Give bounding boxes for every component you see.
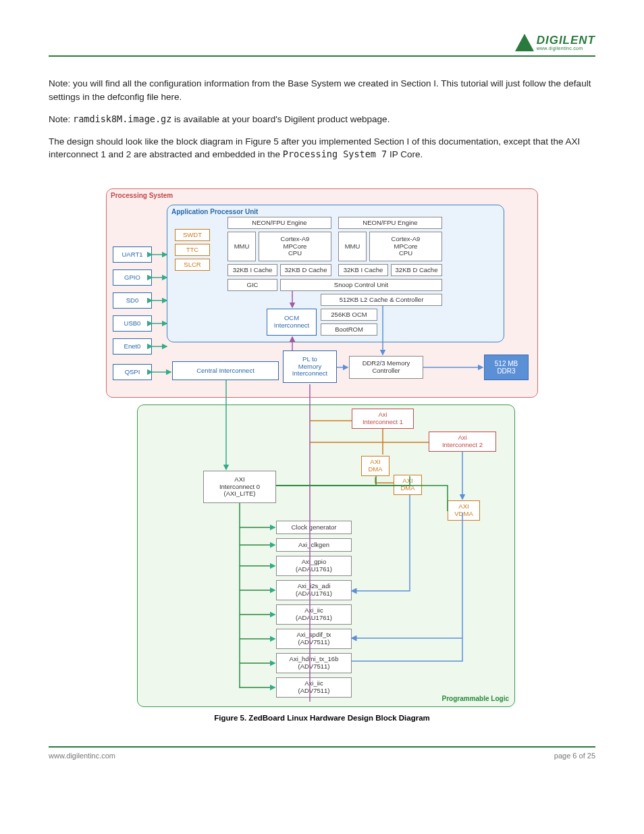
l2-cache: 512KB L2 Cache & Controller <box>321 294 442 306</box>
pl-to-memory-interconnect: PL to Memory Interconnect <box>283 350 337 383</box>
note-tail: is available at your board's Digilent pr… <box>174 114 390 124</box>
ip-axi-hdmi: Axi_hdmi_tx_16b (ADV7511) <box>276 653 352 673</box>
ip-axi-i2s: Axi_i2s_adi (ADAU1761) <box>276 580 352 600</box>
gic-block: GIC <box>227 279 277 291</box>
axi-interconnect-1: Axi Interconnect 1 <box>352 409 414 429</box>
footer-page: page 6 of 25 <box>554 752 595 760</box>
p3-post: IP Core. <box>390 149 423 159</box>
neon-engine-1: NEON/FPU Engine <box>338 217 442 229</box>
io-usb0: USB0 <box>113 315 152 332</box>
bootrom: BootROM <box>321 323 377 336</box>
axi-dma-1: AXI DMA <box>361 456 390 476</box>
ip-axi-gpio: Axi_gpio (ADAU1761) <box>276 556 352 576</box>
ip-core-name: Processing System 7 <box>283 149 387 159</box>
icache-0: 32KB I Cache <box>227 264 277 276</box>
ddr-controller: DDR2/3 Memory Controller <box>349 356 423 379</box>
icache-1: 32KB I Cache <box>338 264 388 276</box>
pl-label: Programmable Logic <box>442 695 509 702</box>
apu-label: Application Processor Unit <box>171 208 258 215</box>
paragraph-2: Note: ramdisk8M.image.gz is available at… <box>49 113 595 126</box>
block-diagram: Processing System Application Processor … <box>106 188 538 722</box>
apu-region: Application Processor Unit <box>167 205 504 342</box>
ocm-256: 256KB OCM <box>321 309 377 321</box>
logo-sub: www.digilentinc.com <box>537 46 595 51</box>
swdt-block: SWDT <box>175 229 210 241</box>
io-enet0: Enet0 <box>113 338 152 355</box>
snoop-block: Snoop Control Unit <box>280 279 442 291</box>
io-uart1: UART1 <box>113 246 152 263</box>
ps-label: Processing System <box>111 192 173 199</box>
dcache-0: 32KB D Cache <box>280 264 331 276</box>
body-text: Note: you will find all the configuratio… <box>49 77 595 161</box>
ddr3-memory: 512 MB DDR3 <box>484 355 529 380</box>
axi-interconnect-0-lite: AXI Interconnect 0 (AXI_LITE) <box>203 471 276 503</box>
ttc-block: TTC <box>175 244 210 256</box>
mmu-1: MMU <box>338 232 367 261</box>
ocm-interconnect: OCM Interconnect <box>267 309 317 336</box>
logo-main: DIGILENT <box>537 34 595 46</box>
paragraph-1: Note: you will find all the configuratio… <box>49 77 595 103</box>
ip-axi-iic-adau: Axi_iic (ADAU1761) <box>276 604 352 625</box>
dcache-1: 32KB D Cache <box>391 264 442 276</box>
mmu-0: MMU <box>227 232 256 261</box>
slcr-block: SLCR <box>175 259 210 271</box>
figure-caption: Figure 5. ZedBoard Linux Hardware Design… <box>106 714 538 722</box>
footer-site: www.digilentinc.com <box>49 752 115 760</box>
central-interconnect: Central Interconnect <box>172 361 279 380</box>
ip-axi-clkgen: Axi_clkgen <box>276 538 352 552</box>
axi-vdma: AXI VDMA <box>448 500 480 521</box>
ip-axi-iic-adv: Axi_iic (ADV7511) <box>276 677 352 698</box>
note-label: Note: <box>49 114 73 124</box>
ip-clock-generator: Clock generator <box>276 521 352 534</box>
logo: DIGILENT www.digilentinc.com <box>515 34 595 51</box>
axi-interconnect-2: Axi Interconnect 2 <box>429 432 496 452</box>
header: DIGILENT www.digilentinc.com <box>49 34 595 57</box>
cortex-cpu-0: Cortex-A9 MPCore CPU <box>259 232 331 261</box>
neon-engine-0: NEON/FPU Engine <box>227 217 331 229</box>
logo-triangle-icon <box>515 34 534 51</box>
ip-axi-spdif: Axi_spdif_tx (ADV7511) <box>276 629 352 649</box>
cortex-cpu-1: Cortex-A9 MPCore CPU <box>369 232 442 261</box>
io-gpio: GPIO <box>113 269 152 286</box>
axi-dma-2: AXI DMA <box>394 475 422 495</box>
io-qspi: QSPI <box>113 364 152 380</box>
footer: www.digilentinc.com page 6 of 25 <box>49 746 595 760</box>
io-sd0: SD0 <box>113 292 152 309</box>
paragraph-3: The design should look like the block di… <box>49 135 595 161</box>
ramdisk-filename: ramdisk8M.image.gz <box>73 113 171 124</box>
